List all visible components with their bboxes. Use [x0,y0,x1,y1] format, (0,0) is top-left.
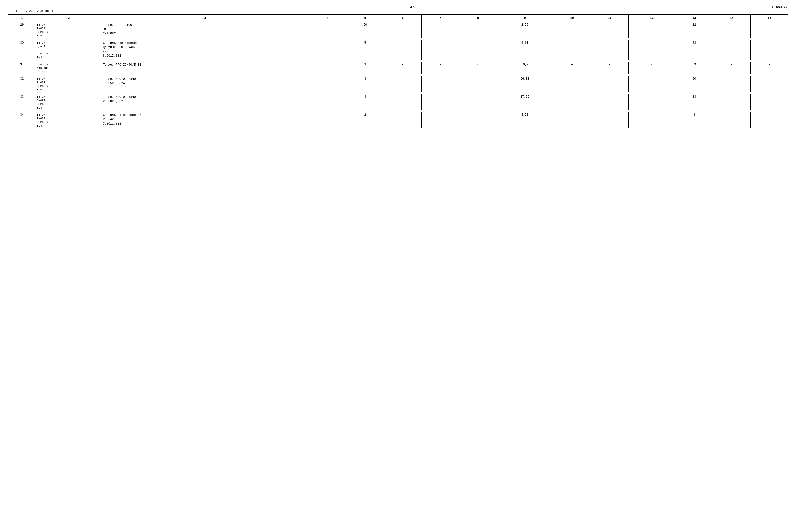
row-col-9: 9,63 [497,40,553,60]
table-row: 33I5-07 3-099 ССРСЦ т.4То же, ЛСО 02-4х4… [8,94,789,110]
row-col-6: - [384,62,421,74]
row-col-9: I6,83 [497,76,553,92]
header-center: — 4I3— [405,5,419,10]
row-description: То же, ЛПО I2х40/Б-I3 [102,62,309,74]
row-unit [309,76,346,92]
row-col-11: - [591,94,628,110]
col-header-13: 13 [675,15,713,22]
col-header-9: 9 [497,15,553,22]
spacer-row [8,128,789,130]
row-unit [309,40,346,60]
spacer-row [8,74,789,76]
row-unit [309,94,346,110]
row-col-8: - [459,22,496,38]
header-left: 903-I-200. Ал.I3.5,кн.4 [7,9,53,13]
row-col-11: - [591,62,628,74]
row-col-9: I9,7 [497,62,553,74]
table-row: 3IССРСЦ У стр.I84 п.I55То же, ЛПО I2х40/… [8,62,789,74]
row-col-14: - [713,40,750,60]
row-col-6: - [384,94,421,110]
row-code: I5-07 I-02I ССРСЦ У т.4 [36,112,102,128]
row-number: 33 [8,94,36,110]
col-header-11: 11 [591,15,628,22]
spacer-row [8,110,789,112]
table-row: 29I5-07 I-057 ССРСЦ У т.4То же, ПЛ-II-I0… [8,22,789,38]
row-col-12: - [628,76,675,92]
row-col-15: - [750,94,789,110]
row-col-11: - [591,22,628,38]
row-col-8: - [459,94,496,110]
row-col-15: - [750,40,789,60]
row-col-13: 8 [675,112,713,128]
row-description: То же, ЛСО 02-4х40 25,50хI,082 [102,94,309,110]
row-col-8: - [459,112,496,128]
row-number: 32 [8,76,36,92]
row-col-13: 48 [675,40,713,60]
row-col-6: - [384,112,421,128]
row-col-15: - [750,76,789,92]
col-header-1: 1 [8,15,36,22]
row-col-8: - [459,76,496,92]
row-col-7: - [421,62,459,74]
row-col-8: - [459,62,496,74]
col-header-15: 15 [750,15,789,22]
row-col-13: 22 [675,22,713,38]
row-col-5: 3 [346,94,384,110]
row-col-6: - [384,22,421,38]
row-col-10: — [553,62,591,74]
row-col-13: 83 [675,94,713,110]
col-header-6: 6 [384,15,421,22]
table-row: 34I5-07 I-02I ССРСЦ У т.4Светильник пере… [8,112,789,128]
table-row: 30I5-07 доп.I 3-II5 ССРСЦ У т.4Светильни… [8,40,789,60]
row-col-5: 5 [346,40,384,60]
spacer-row [8,92,789,94]
row-number: 3I [8,62,36,74]
row-col-5: IO [346,22,384,38]
row-col-5: 3 [346,62,384,74]
row-col-10: - [553,94,591,110]
row-number: 30 [8,40,36,60]
row-col-10: - [553,22,591,38]
spacer-row [8,38,789,40]
row-col-15: - [750,62,789,74]
row-col-14: - [713,22,750,38]
row-description: Светильники люминес- центные ЛПО 03х40/Н… [102,40,309,60]
table-row: 32I5-07 3-098 ССРСЦ У т.4То же, ЛСО 02-2… [8,76,789,92]
col-header-8: 8 [459,15,496,22]
row-description: Светильник переносной РВО-42 3,80хI,082 [102,112,309,128]
row-col-8: - [459,40,496,60]
row-col-14: - [713,62,750,74]
row-col-14: - [713,112,750,128]
row-unit [309,62,346,74]
col-header-4: 4 [309,15,346,22]
row-col-7: - [421,94,459,110]
row-col-12: - [628,112,675,128]
header-right: 19463-30 [772,5,789,9]
row-col-13: 59 [675,62,713,74]
row-col-12: - [628,62,675,74]
row-col-14: - [713,94,750,110]
row-col-6: - [384,76,421,92]
row-col-7: - [421,76,459,92]
col-header-10: 10 [553,15,591,22]
row-col-12: - [628,22,675,38]
row-col-12: - [628,40,675,60]
row-col-10: - [553,112,591,128]
row-col-15: - [750,22,789,38]
col-header-5: 5 [346,15,384,22]
row-code: I5-07 3-099 ССРСЦ т.4 [36,94,102,110]
col-header-3: 3 [102,15,309,22]
col-header-7: 7 [421,15,459,22]
row-col-7: - [421,40,459,60]
row-col-11: - [591,76,628,92]
row-col-15: - [750,112,789,128]
row-col-7: - [421,112,459,128]
spacer-row [8,60,789,62]
row-col-6: - [384,40,421,60]
row-col-14: - [713,76,750,92]
row-col-7: - [421,22,459,38]
row-col-10: - [553,76,591,92]
row-col-5: 3 [346,76,384,92]
col-header-14: 14 [713,15,750,22]
row-col-9: 4,II [497,112,553,128]
